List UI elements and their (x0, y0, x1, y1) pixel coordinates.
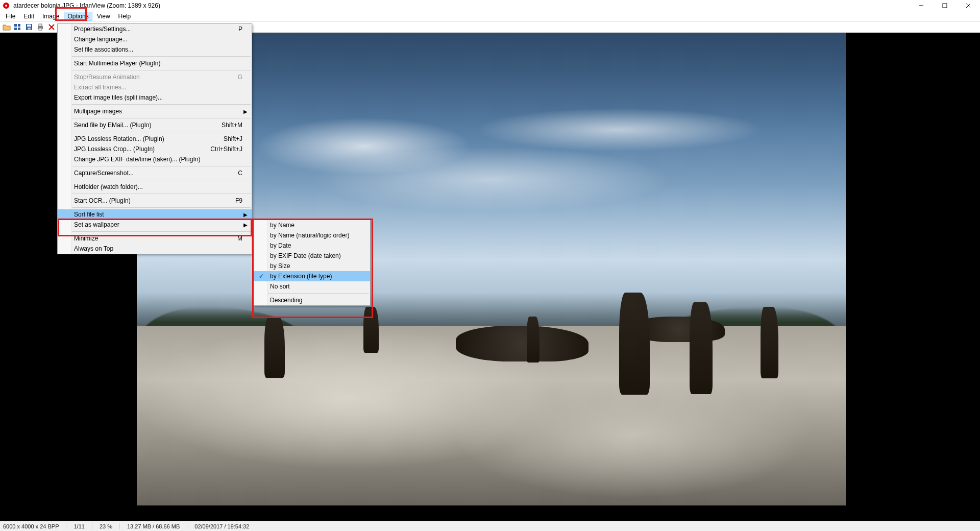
menu-jpg-crop[interactable]: JPG Lossless Crop... (PlugIn)Ctrl+Shift+… (58, 144, 252, 154)
open-icon[interactable] (2, 22, 11, 32)
menu-start-ocr[interactable]: Start OCR... (PlugIn)F9 (58, 196, 252, 206)
check-icon: ✓ (259, 273, 264, 280)
sort-by-name-natural[interactable]: by Name (natural/logic order) (254, 230, 370, 240)
menu-export-tiles[interactable]: Export image tiles (split image)... (58, 92, 252, 103)
save-icon[interactable] (24, 22, 34, 32)
sort-descending[interactable]: Descending (254, 295, 370, 305)
chevron-right-icon: ▶ (243, 222, 248, 228)
status-index: 1/11 (74, 523, 92, 529)
maximize-button[interactable] (933, 0, 957, 11)
svg-rect-9 (18, 28, 20, 30)
svg-rect-12 (28, 28, 31, 30)
status-dimensions: 6000 x 4000 x 24 BPP (3, 523, 66, 529)
title-bar: atardecer bolonia.JPG - IrfanView (Zoom:… (0, 0, 980, 11)
menu-extract-frames: Extract all frames... (58, 82, 252, 92)
menu-send-email[interactable]: Send file by EMail... (PlugIn)Shift+M (58, 120, 252, 130)
sort-submenu: by Name by Name (natural/logic order) by… (253, 220, 371, 306)
menu-image[interactable]: Image (39, 12, 63, 21)
sort-by-exif-date[interactable]: by EXIF Date (date taken) (254, 251, 370, 261)
menu-hotfolder[interactable]: Hotfolder (watch folder)... (58, 182, 252, 192)
svg-rect-8 (14, 28, 17, 30)
menu-file-associations[interactable]: Set file associations... (58, 44, 252, 55)
sort-by-size[interactable]: by Size (254, 261, 370, 271)
print-icon[interactable] (36, 22, 45, 32)
menu-set-wallpaper[interactable]: Set as wallpaper▶ (58, 220, 252, 230)
svg-rect-15 (39, 28, 42, 30)
menu-minimize[interactable]: MinimizeM (58, 233, 252, 244)
status-memory: 13.27 MB / 68.66 MB (127, 523, 187, 529)
status-bar: 6000 x 4000 x 24 BPP 1/11 23 % 13.27 MB … (0, 521, 980, 531)
menu-stop-resume-animation: Stop/Resume AnimationG (58, 72, 252, 82)
sort-by-extension[interactable]: ✓by Extension (file type) (254, 271, 370, 281)
chevron-right-icon: ▶ (243, 212, 248, 218)
menu-view[interactable]: View (93, 12, 114, 21)
chevron-right-icon: ▶ (243, 109, 248, 114)
sort-no-sort[interactable]: No sort (254, 281, 370, 292)
svg-point-1 (5, 5, 7, 7)
sort-by-name[interactable]: by Name (254, 220, 370, 230)
delete-icon[interactable] (47, 22, 56, 32)
sort-by-date[interactable]: by Date (254, 240, 370, 251)
status-zoom: 23 % (100, 523, 120, 529)
menu-options[interactable]: Options (64, 12, 92, 21)
menu-jpg-rotation[interactable]: JPG Lossless Rotation... (PlugIn)Shift+J (58, 134, 252, 144)
app-icon (2, 2, 10, 10)
svg-rect-3 (943, 4, 947, 8)
menu-change-exif[interactable]: Change JPG EXIF date/time (taken)... (Pl… (58, 154, 252, 164)
svg-rect-14 (39, 24, 42, 26)
menu-multipage-images[interactable]: Multipage images▶ (58, 106, 252, 116)
menu-file[interactable]: File (2, 12, 19, 21)
options-dropdown: Properties/Settings...P Change language.… (57, 23, 252, 254)
menu-edit[interactable]: Edit (20, 12, 38, 21)
window-title: atardecer bolonia.JPG - IrfanView (Zoom:… (13, 2, 160, 9)
svg-rect-11 (27, 25, 31, 27)
menu-bar: File Edit Image Options View Help (0, 11, 980, 21)
menu-change-language[interactable]: Change language... (58, 34, 252, 44)
menu-help[interactable]: Help (115, 12, 135, 21)
svg-rect-7 (18, 24, 20, 27)
thumbnails-icon[interactable] (13, 22, 22, 32)
svg-rect-6 (14, 24, 17, 27)
menu-capture-screenshot[interactable]: Capture/Screenshot...C (58, 168, 252, 178)
status-datetime: 02/09/2017 / 19:54:32 (194, 523, 256, 529)
menu-sort-file-list[interactable]: Sort file list▶ (58, 209, 252, 220)
menu-always-on-top[interactable]: Always on Top (58, 244, 252, 254)
menu-start-multimedia[interactable]: Start Multimedia Player (PlugIn) (58, 58, 252, 68)
window-controls (910, 0, 980, 11)
close-button[interactable] (957, 0, 980, 11)
menu-properties[interactable]: Properties/Settings...P (58, 24, 252, 34)
minimize-button[interactable] (910, 0, 933, 11)
